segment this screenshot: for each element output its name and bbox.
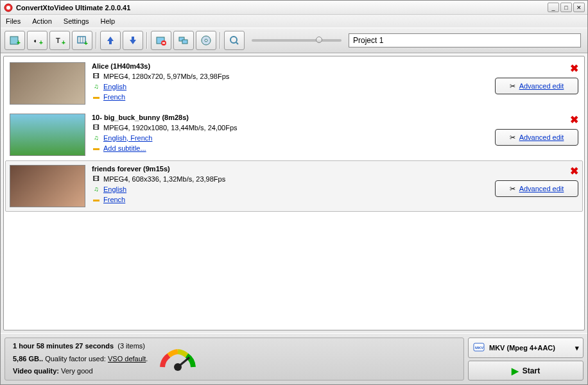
duration-text: 1 hour 58 minutes 27 seconds [13, 342, 114, 350]
svg-text:+: + [17, 39, 21, 46]
svg-line-21 [178, 357, 189, 367]
audio-icon: ♫ [92, 185, 101, 194]
video-quality-label: Video quality: [13, 367, 59, 375]
menu-files[interactable]: Files [6, 17, 21, 25]
slider-thumb[interactable] [316, 37, 322, 43]
svg-text:MKV: MKV [475, 346, 483, 350]
svg-line-19 [236, 42, 238, 44]
mkv-icon: MKV [472, 341, 485, 355]
close-button[interactable]: ✕ [573, 3, 585, 12]
start-label: Start [523, 366, 540, 375]
list-item[interactable]: 10- big_buck_bunny (8m28s) 🎞MPEG4, 1920x… [5, 109, 583, 160]
svg-point-1 [6, 6, 10, 10]
advanced-edit-button[interactable]: ✂ Advanced edit [495, 78, 578, 94]
film-icon: 🎞 [92, 175, 101, 184]
scissors-icon: ✂ [510, 82, 515, 90]
delete-button[interactable]: ✖ [570, 165, 578, 177]
menu-settings[interactable]: Settings [64, 17, 89, 25]
menu-action[interactable]: Action [32, 17, 52, 25]
quality-gauge [155, 340, 200, 379]
svg-rect-15 [182, 40, 187, 44]
project-name-input[interactable] [349, 33, 581, 47]
menubar: Files Action Settings Help [1, 15, 587, 28]
scissors-icon: ✂ [510, 185, 515, 193]
move-down-button[interactable] [123, 31, 143, 50]
format-text: MPEG4, 608x336, 1,32Mb/s, 23,98Fps [103, 175, 225, 183]
right-controls: MKV MKV (Mpeg 4+AAC) ▾ ▶ Start [468, 338, 584, 381]
file-list: Alice (1H40m43s) 🎞MPEG4, 1280x720, 5,97M… [3, 56, 585, 330]
app-window: ConvertXtoVideo Ultimate 2.0.0.41 _ □ ✕ … [0, 0, 588, 385]
add-chapter-button[interactable]: + [72, 31, 92, 50]
app-icon [3, 3, 13, 13]
toolbar-divider [146, 32, 148, 49]
status-text: 1 hour 58 minutes 27 seconds (3 items) 5… [13, 340, 148, 378]
format-label: MKV (Mpeg 4+AAC) [489, 344, 555, 352]
toolbar: + + T+ + [1, 28, 587, 53]
svg-text:T: T [56, 37, 60, 44]
add-audio-button[interactable]: + [27, 31, 48, 50]
svg-text:+: + [84, 40, 88, 46]
move-up-button[interactable] [100, 31, 121, 50]
subtitle-link[interactable]: Add subtitle... [103, 144, 146, 152]
film-icon: 🎞 [92, 72, 101, 81]
quality-factor-label: Quality factor used: [45, 355, 106, 363]
remove-button[interactable] [151, 31, 171, 50]
quality-factor-link[interactable]: VSO default [108, 355, 146, 363]
start-button[interactable]: ▶ Start [468, 361, 584, 381]
scissors-icon: ✂ [510, 133, 515, 142]
format-text: MPEG4, 1280x720, 5,97Mb/s, 23,98Fps [103, 73, 229, 80]
add-subtitle-button[interactable]: T+ [49, 31, 70, 50]
chevron-down-icon: ▾ [575, 344, 579, 352]
audio-link[interactable]: English, French [103, 134, 152, 142]
status-box: 1 hour 58 minutes 27 seconds (3 items) 5… [4, 338, 464, 381]
advanced-edit-button[interactable]: ✂ Advanced edit [495, 180, 578, 197]
audio-link[interactable]: English [103, 83, 126, 90]
subtitle-icon: ▬ [92, 195, 101, 204]
delete-button[interactable]: ✖ [570, 62, 578, 74]
svg-text:+: + [39, 39, 43, 46]
maximize-button[interactable]: □ [560, 3, 572, 12]
list-item[interactable]: Alice (1H40m43s) 🎞MPEG4, 1280x720, 5,97M… [5, 58, 583, 109]
item-title: friends forever (9m15s) [92, 165, 578, 173]
size-text: 5,86 GB.. [13, 355, 43, 363]
subtitle-link[interactable]: French [103, 93, 125, 101]
thumbnail [10, 62, 85, 105]
item-title: Alice (1H40m43s) [92, 62, 578, 70]
window-title: ConvertXtoVideo Ultimate 2.0.0.41 [16, 4, 548, 12]
svg-point-18 [230, 37, 237, 43]
minimize-button[interactable]: _ [548, 3, 559, 12]
advanced-edit-label: Advanced edit [519, 82, 564, 90]
add-file-button[interactable]: + [4, 31, 25, 50]
format-text: MPEG4, 1920x1080, 13,44Mb/s, 24,00Fps [103, 124, 238, 132]
preview-button[interactable] [224, 31, 245, 50]
item-title: 10- big_buck_bunny (8m28s) [92, 114, 578, 121]
advanced-edit-button[interactable]: ✂ Advanced edit [495, 129, 578, 146]
play-icon: ▶ [512, 366, 519, 376]
toolbar-divider [96, 32, 97, 49]
list-item[interactable]: friends forever (9m15s) 🎞MPEG4, 608x336,… [5, 160, 583, 212]
film-icon: 🎞 [92, 123, 101, 132]
video-quality-value: Very good [61, 367, 93, 375]
thumbnail [10, 165, 85, 207]
burn-button[interactable] [196, 31, 216, 50]
svg-text:+: + [62, 39, 65, 46]
menu-help[interactable]: Help [101, 17, 116, 25]
footer: 1 hour 58 minutes 27 seconds (3 items) 5… [1, 333, 587, 384]
subtitle-link[interactable]: French [103, 196, 125, 203]
thumbnail [10, 114, 85, 156]
window-buttons: _ □ ✕ [548, 3, 585, 12]
audio-link[interactable]: English [103, 185, 126, 193]
zoom-slider[interactable] [252, 39, 342, 42]
titlebar: ConvertXtoVideo Ultimate 2.0.0.41 _ □ ✕ [1, 1, 587, 15]
toolbar-divider [220, 32, 221, 49]
subtitle-icon: ▬ [92, 144, 101, 153]
svg-point-17 [205, 39, 207, 42]
delete-button[interactable]: ✖ [570, 114, 578, 126]
audio-icon: ♫ [92, 133, 101, 142]
subtitle-icon: ▬ [92, 92, 101, 101]
output-format-select[interactable]: MKV MKV (Mpeg 4+AAC) ▾ [468, 338, 584, 358]
item-count: (3 items) [117, 342, 145, 350]
advanced-edit-label: Advanced edit [519, 185, 564, 193]
advanced-edit-label: Advanced edit [519, 133, 564, 141]
merge-button[interactable] [173, 31, 194, 50]
